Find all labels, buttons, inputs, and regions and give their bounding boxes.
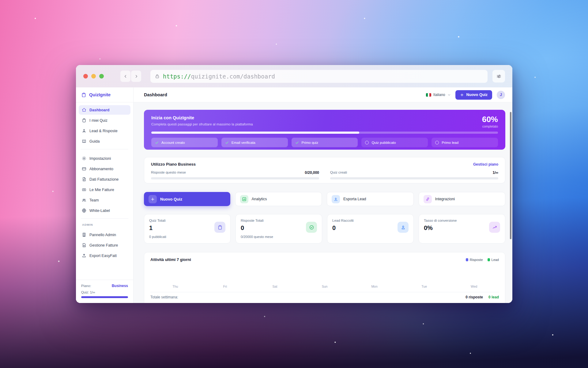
- team-icon: [82, 198, 86, 202]
- activity-chart-card: Attività ultimi 7 giorni Risposte Lead: [144, 252, 505, 303]
- legend-label: Lead: [492, 258, 499, 262]
- brand-name: QuizIgnite: [89, 92, 111, 97]
- sidebar-item-label: Guida: [89, 139, 100, 144]
- clipboard-logo-icon: [81, 92, 86, 98]
- quick-action-analytics[interactable]: Analytics: [235, 192, 322, 206]
- meter-label: Risposte questo mese: [151, 171, 186, 175]
- stat-card-total-quizzes: Quiz Totali 1 0 pubblicati: [144, 214, 231, 243]
- sidebar-item-team[interactable]: Team: [79, 195, 130, 205]
- sidebar-item-label: Dashboard: [89, 108, 109, 112]
- step-label: Email verificata: [232, 141, 255, 144]
- step-first-lead[interactable]: Primo lead: [432, 138, 498, 147]
- users-icon: [82, 128, 86, 133]
- banner-subtitle: Completa questi passaggi per sfruttare a…: [151, 122, 253, 126]
- sidebar-item-my-quizzes[interactable]: I miei Quiz: [79, 116, 130, 125]
- forward-button[interactable]: [131, 71, 141, 82]
- chevron-down-icon: [447, 93, 451, 97]
- quick-action-export-leads[interactable]: Esporta Lead: [327, 192, 414, 206]
- step-first-quiz[interactable]: Primo quiz: [292, 138, 358, 147]
- sidebar-item-settings[interactable]: Impostazioni: [79, 154, 130, 163]
- language-label: Italiano: [433, 93, 445, 97]
- sidebar-item-label: Le Mie Fatture: [89, 188, 114, 192]
- x-tick: Thu: [150, 285, 200, 288]
- sidebar-item-leads-responses[interactable]: Lead & Risposte: [79, 126, 130, 136]
- chart-legend: Risposte Lead: [466, 258, 499, 262]
- close-window-button[interactable]: [83, 74, 88, 79]
- minimize-window-button[interactable]: [91, 74, 96, 79]
- quizzes-meter: Quiz creati 1/∞: [330, 171, 498, 179]
- meter-value: 1/∞: [492, 171, 498, 175]
- step-label: Primo lead: [442, 141, 458, 144]
- new-quiz-button-label: Nuovo Quiz: [466, 93, 488, 97]
- legend-dot-purple: [466, 258, 468, 261]
- sidebar-item-guide[interactable]: Guida: [79, 136, 130, 146]
- stat-value: 1: [149, 224, 166, 232]
- stat-label: Quiz Totali: [149, 219, 166, 222]
- week-total-responses: 0 risposte: [466, 295, 483, 299]
- quick-action-integrations[interactable]: Integrazioni: [419, 192, 506, 206]
- sidebar-item-label: Lead & Risposte: [89, 129, 118, 133]
- dashboard-content: Inizia con QuizIgnite Completa questi pa…: [134, 102, 512, 303]
- stat-sub: 0 pubblicati: [149, 235, 166, 239]
- onboarding-progress-fill: [151, 132, 359, 134]
- x-tick: Tue: [399, 285, 449, 288]
- back-button[interactable]: [120, 71, 130, 82]
- stat-sub: 0/20000 questo mese: [241, 235, 273, 239]
- legend-risposte: Risposte: [466, 258, 483, 262]
- person-icon: [398, 222, 409, 233]
- plan-label: Piano:: [81, 284, 91, 288]
- page-header: Dashboard Italiano Nuovo Quiz J: [134, 87, 512, 102]
- sidebar-item-label: Impostazioni: [89, 156, 111, 161]
- sidebar-item-label: Team: [89, 198, 99, 202]
- plan-value[interactable]: Business: [112, 284, 128, 288]
- quiz-quota-fill: [81, 296, 128, 298]
- step-account-created[interactable]: Account creato: [151, 138, 218, 147]
- sidebar-item-label: Pannello Admin: [89, 233, 116, 237]
- sidebar-item-dashboard[interactable]: Dashboard: [79, 105, 130, 115]
- step-label: Account creato: [161, 141, 185, 144]
- browser-settings-button[interactable]: [492, 70, 505, 82]
- sliders-icon: [496, 74, 502, 79]
- sidebar-item-label: Abbonamento: [89, 167, 113, 171]
- plan-summary: Piano: Business Quiz: 1/∞: [76, 280, 133, 303]
- quick-action-new-quiz[interactable]: Nuovo Quiz: [144, 192, 230, 206]
- sidebar-item-my-invoices[interactable]: Le Mie Fatture: [79, 185, 130, 194]
- step-label: Primo quiz: [302, 141, 318, 144]
- quick-action-label: Esporta Lead: [343, 197, 366, 201]
- x-tick: Sat: [250, 285, 300, 288]
- zoom-window-button[interactable]: [99, 74, 104, 79]
- url-text: https://quizignite.com/dashboard: [163, 73, 275, 80]
- check-icon: [155, 141, 159, 144]
- quiz-quota-bar: [81, 296, 128, 298]
- manage-plan-link[interactable]: Gestisci piano: [473, 162, 498, 167]
- new-quiz-button[interactable]: Nuovo Quiz: [455, 90, 492, 100]
- sidebar-item-invoice-management[interactable]: Gestione Fatture: [79, 240, 130, 250]
- address-bar[interactable]: https://quizignite.com/dashboard: [150, 70, 488, 83]
- document-icon: [82, 177, 86, 182]
- sidebar-item-label: Export EasyFatt: [89, 254, 117, 258]
- vertical-scrollbar[interactable]: [510, 112, 511, 239]
- week-total-label: Totale settimana:: [150, 295, 178, 299]
- step-email-verified[interactable]: Email verificata: [221, 138, 288, 147]
- download-icon: [332, 195, 340, 203]
- legend-lead: Lead: [488, 258, 499, 262]
- onboarding-progress-bar: [151, 132, 498, 134]
- stat-label: Risposte Totali: [241, 219, 273, 222]
- language-selector[interactable]: Italiano: [426, 93, 451, 97]
- sidebar-item-export-easyfatt[interactable]: Export EasyFatt: [79, 251, 130, 260]
- sidebar-item-admin-panel[interactable]: Pannello Admin: [79, 230, 130, 240]
- step-quiz-published[interactable]: Quiz pubblicato: [361, 138, 428, 147]
- home-icon: [82, 108, 86, 112]
- stat-value: 0: [241, 224, 273, 232]
- check-icon: [225, 141, 229, 144]
- sidebar-item-label: White-Label: [89, 209, 110, 213]
- sidebar-item-subscription[interactable]: Abbonamento: [79, 164, 130, 174]
- building-icon: [82, 232, 86, 237]
- globe-icon: [82, 208, 86, 213]
- sidebar-item-white-label[interactable]: White-Label: [79, 206, 130, 215]
- sidebar-item-billing-data[interactable]: Dati Fatturazione: [79, 174, 130, 184]
- x-tick: Wed: [449, 285, 499, 288]
- plan-usage-title: Utilizzo Piano Business: [151, 162, 196, 167]
- user-avatar[interactable]: J: [497, 91, 505, 99]
- clipboard-icon: [214, 222, 225, 233]
